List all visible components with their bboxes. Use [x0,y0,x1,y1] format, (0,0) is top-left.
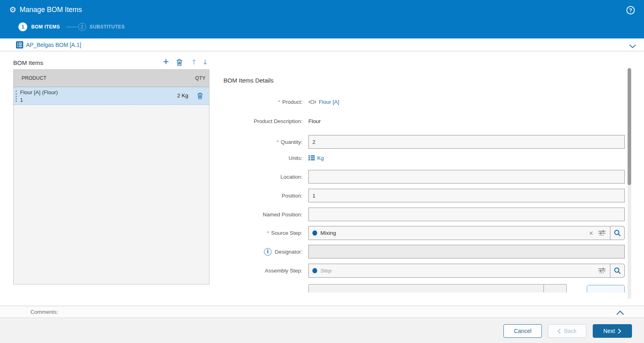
info-icon[interactable]: i [264,248,272,256]
scrollbar-thumb[interactable] [628,68,631,185]
table-row[interactable]: Flour [A] (Flour) 1 2 Kg [14,87,209,105]
step-1-circle[interactable]: 1 [18,22,27,31]
product-value: Flour [A] [308,95,339,109]
field-row-units: Units: Kg [224,151,625,165]
units-list-icon [308,155,315,161]
field-row-quantity: * Quantity: [224,135,625,149]
step-2-circle[interactable]: 2 [78,23,86,31]
bom-list-icon [16,41,23,50]
move-up-button[interactable]: ↑ [191,58,197,66]
app-header: ⚙ Manage BOM Items ? 1 BOM ITEMS 2 SUBST… [0,0,644,38]
field-row-partial [224,283,629,293]
field-row-product: * Product: Flour [A] [224,95,625,109]
chevron-right-icon [618,329,621,334]
help-icon[interactable]: ? [626,6,635,14]
field-row-source-step: * Source Step: Mixing × [224,226,625,240]
step-connector [66,27,77,27]
chevron-left-icon [557,329,561,334]
column-header-product[interactable]: PRODUCT [22,75,46,81]
drag-handle[interactable] [16,91,17,102]
named-position-input[interactable] [308,208,625,221]
source-step-value: Mixing [320,230,589,236]
bom-header-bar: AP_Belgas BOM [A.1] [0,38,644,51]
step-dot-icon [312,268,317,273]
field-row-position: Position: [224,189,625,202]
product-label: * Product: [224,95,302,109]
required-asterisk: * [277,139,279,145]
comments-label: Comments: [30,309,58,315]
field-row-product-description: Product Description: Flour [224,114,625,128]
product-description-value: Flour [308,114,321,128]
assembly-step-picker[interactable]: Step [308,264,625,278]
row-qty-cell: 2 Kg [177,93,188,99]
required-asterisk: * [267,230,269,236]
field-row-location: Location: [224,170,625,184]
position-label: Position: [224,189,302,202]
footer-bar: Cancel Back Next [0,319,644,343]
part-icon [308,99,316,105]
required-asterisk: * [278,99,280,105]
page-title: Manage BOM Items [20,6,82,14]
gear-icon: ⚙ [9,5,16,14]
step-2-label[interactable]: SUBSTITUTES [90,24,125,30]
source-step-label: * Source Step: [224,226,302,240]
bom-items-panel-title: BOM Items [13,59,43,66]
partial-input[interactable] [308,284,567,293]
units-label: Units: [224,151,302,165]
product-description-label: Product Description: [224,114,302,128]
delete-item-button[interactable] [176,59,183,68]
product-link[interactable]: Flour [A] [319,99,339,105]
filter-icon[interactable] [598,267,606,274]
wizard-steps: 1 BOM ITEMS 2 SUBSTITUTES [18,22,125,32]
units-value: Kg [308,151,324,165]
designator-label: i Designator: [224,245,302,258]
designator-input[interactable] [308,245,625,258]
partial-action-button[interactable] [587,285,625,293]
add-item-button[interactable]: + [163,56,169,66]
table-header: PRODUCT QTY [14,70,209,87]
assembly-step-placeholder: Step [320,268,598,274]
field-row-designator: i Designator: [224,245,625,258]
search-button[interactable] [610,226,625,240]
clear-icon[interactable]: × [589,230,593,236]
next-button[interactable]: Next [593,324,632,338]
bom-title[interactable]: AP_Belgas BOM [A.1] [26,42,81,48]
row-product-cell: Flour [A] (Flour) [20,89,58,95]
chevron-up-icon[interactable] [616,309,624,317]
details-title: BOM Items Details [223,77,274,84]
location-label: Location: [224,170,302,184]
column-header-qty[interactable]: QTY [195,75,205,81]
step-dot-icon [312,230,317,236]
comments-bar: Comments: [0,306,644,318]
move-down-button[interactable]: ↓ [202,58,208,66]
assembly-step-label: Assembly Step: [224,264,302,278]
step-1-label[interactable]: BOM ITEMS [31,24,60,30]
quantity-label: * Quantity: [224,135,302,149]
search-button[interactable] [610,264,625,278]
row-delete-icon[interactable] [197,93,203,101]
chevron-down-icon[interactable] [629,43,636,50]
field-row-named-position: Named Position: [224,208,625,221]
location-input[interactable] [308,170,625,184]
row-position-cell: 1 [20,97,23,103]
back-button[interactable]: Back [548,324,586,338]
field-row-assembly-step: Assembly Step: Step [224,264,625,278]
quantity-input[interactable] [308,135,625,149]
named-position-label: Named Position: [224,208,302,221]
partial-input-button[interactable] [543,284,567,293]
cancel-button[interactable]: Cancel [503,324,542,338]
filter-icon[interactable] [598,230,606,236]
source-step-picker[interactable]: Mixing × [308,226,625,240]
bom-items-table: PRODUCT QTY Flour [A] (Flour) 1 2 Kg [13,69,209,284]
units-link[interactable]: Kg [317,155,324,161]
position-input[interactable] [308,189,625,202]
